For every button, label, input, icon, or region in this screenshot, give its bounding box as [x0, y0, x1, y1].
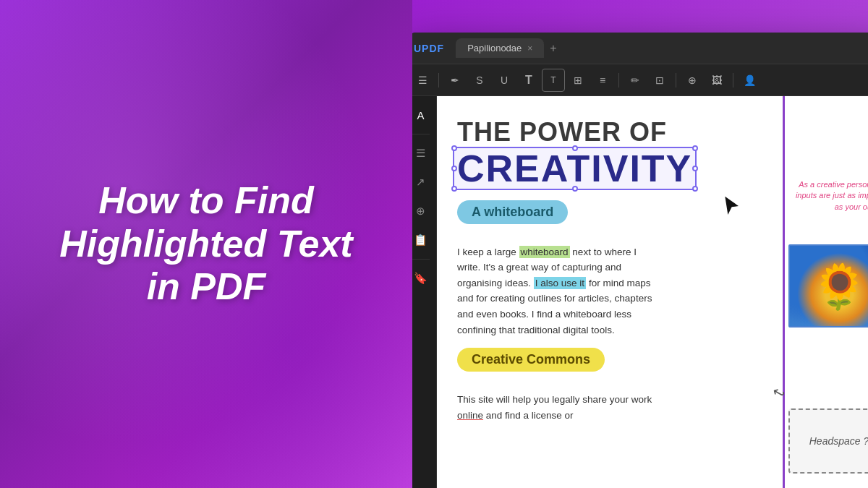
creativity-selection: CREATIVITY: [457, 150, 692, 187]
sidebar-icon-copy[interactable]: 📋: [412, 227, 434, 253]
deco-photo-inner: [790, 246, 868, 326]
title-line2: Highlighted Text: [59, 223, 352, 265]
title-line3: in PDF: [147, 265, 266, 307]
sidebar-icon-bookmark[interactable]: 🔖: [412, 265, 434, 291]
creative-commons-badge: Creative Commons: [457, 348, 605, 372]
toolbar-separator-4: [733, 73, 733, 87]
sidebar-icon-annotate[interactable]: A: [412, 102, 434, 128]
tool-text2-icon[interactable]: T: [542, 69, 565, 92]
tool-crop-icon[interactable]: ⊕: [681, 69, 704, 92]
handle-mr[interactable]: [692, 166, 698, 171]
deco-note-text: As a creative person, your inputs are ju…: [790, 179, 868, 213]
deco-photo: [788, 244, 868, 328]
left-title: How to Find Highlighted Text in PDF: [16, 179, 396, 309]
toolbar-separator: [438, 73, 439, 87]
tool-pen-icon[interactable]: ✒: [443, 69, 467, 92]
app-logo: UPDF: [414, 43, 444, 54]
tab-label: Papilionodae: [467, 43, 522, 53]
title-line1: How to Find: [98, 179, 313, 221]
tool-draw-icon[interactable]: ✏: [624, 69, 647, 92]
copy-icon: 📋: [414, 234, 427, 247]
handle-br[interactable]: [692, 186, 698, 192]
export-icon: ↗: [416, 176, 425, 189]
layers-icon: ⊕: [416, 205, 425, 218]
left-panel: How to Find Highlighted Text in PDF: [0, 0, 412, 488]
app-content: A ☰ ↗ ⊕ 📋 🔖: [412, 96, 868, 488]
handle-bl[interactable]: [451, 186, 457, 192]
tool-image-icon[interactable]: 🖼: [705, 69, 728, 92]
tool-list-icon[interactable]: ≡: [591, 69, 614, 92]
sidebar-separator: [412, 134, 430, 134]
sidebar-icon-export[interactable]: ↗: [412, 169, 434, 195]
app-window: UPDF Papilionodae × + ☰ ✒ S U T T ⊞ ≡ ✏ …: [412, 33, 868, 488]
toolbar: ☰ ✒ S U T T ⊞ ≡ ✏ ⊡ ⊕ 🖼 👤: [412, 64, 868, 96]
tool-strikethrough-icon[interactable]: S: [468, 69, 491, 92]
right-panel: UPDF Papilionodae × + ☰ ✒ S U T T ⊞ ≡ ✏ …: [412, 0, 868, 488]
pdf-page: THE POWER OF CREATI: [437, 96, 868, 488]
sidebar-icon-layers[interactable]: ⊕: [412, 198, 434, 224]
tab-close-button[interactable]: ×: [527, 43, 532, 53]
headspace-label: Headspace ?: [809, 435, 868, 447]
sidebar-icon-pages[interactable]: ☰: [412, 140, 434, 166]
tab[interactable]: Papilionodae ×: [456, 38, 544, 58]
whiteboard-badge: A whiteboard: [457, 200, 568, 224]
highlight-whiteboard: whiteboard: [519, 246, 570, 258]
tool-stamp-icon[interactable]: ⊡: [648, 69, 671, 92]
tab-add-button[interactable]: +: [550, 42, 556, 55]
toolbar-separator-3: [676, 73, 676, 87]
pdf-body-text: I keep a large whiteboard next to where …: [457, 244, 660, 338]
handle-tr[interactable]: [692, 145, 698, 151]
toolbar-separator-2: [618, 73, 619, 87]
pdf-area: THE POWER OF CREATI: [437, 96, 868, 488]
pdf-body-text2: This site will help you legally share yo…: [457, 392, 660, 423]
tool-grid-icon[interactable]: ⊞: [566, 69, 590, 92]
bookmark-icon: 🔖: [414, 272, 427, 285]
deco-headspace-box: Headspace ?: [788, 408, 868, 474]
underline-online: online: [457, 410, 483, 421]
tool-text-icon[interactable]: T: [517, 69, 540, 92]
tool-document-icon[interactable]: ☰: [412, 69, 434, 92]
pdf-creativity-title: CREATIVITY: [457, 150, 692, 187]
annotate-icon: A: [417, 109, 424, 121]
purple-line: [783, 96, 785, 488]
tool-underline-icon[interactable]: U: [493, 69, 516, 92]
deco-curl-icon: ↩: [770, 382, 788, 403]
tool-user-icon[interactable]: 👤: [738, 69, 761, 92]
pdf-deco-right: As a creative person, your inputs are ju…: [770, 96, 868, 488]
pages-icon: ☰: [416, 147, 425, 160]
sidebar-separator-2: [412, 259, 430, 260]
handle-tl[interactable]: [451, 145, 457, 151]
highlight-also-use: I also use it: [534, 277, 586, 289]
sidebar: A ☰ ↗ ⊕ 📋 🔖: [412, 96, 437, 488]
title-bar: UPDF Papilionodae × +: [412, 33, 868, 64]
handle-ml[interactable]: [451, 166, 457, 171]
